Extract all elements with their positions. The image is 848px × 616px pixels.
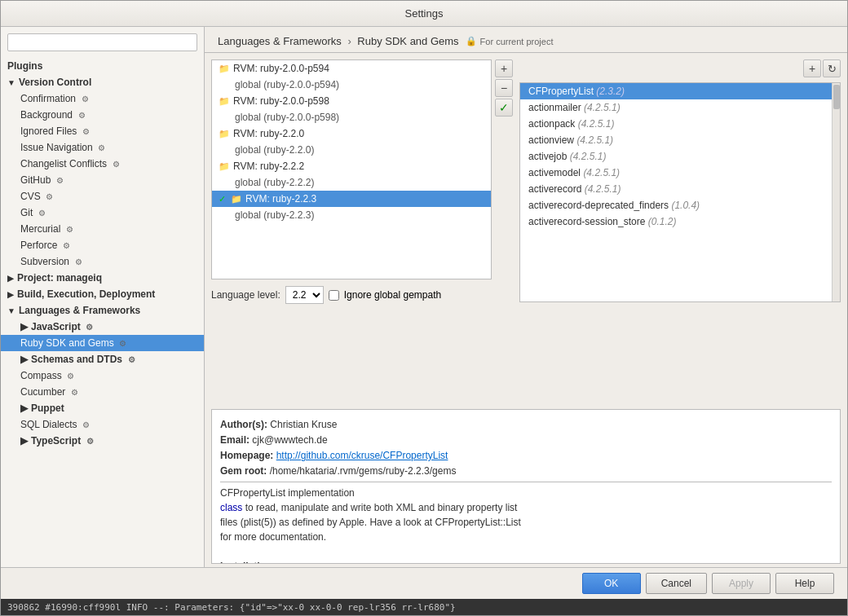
sidebar-item-version-control[interactable]: ▼ Version Control bbox=[1, 74, 204, 90]
github-icon: ⚙ bbox=[54, 174, 65, 186]
desc-code: class bbox=[220, 502, 242, 513]
sidebar-item-javascript[interactable]: ▶ JavaScript ⚙ bbox=[1, 319, 204, 335]
sdk-list[interactable]: 📁 RVM: ruby-2.0.0-p594 global (ruby-2.0.… bbox=[211, 59, 492, 279]
gem-item-actionmailer[interactable]: actionmailer (4.2.5.1) bbox=[520, 99, 832, 116]
gem-item-actionpack[interactable]: actionpack (4.2.5.1) bbox=[520, 116, 832, 132]
sdk-remove-button[interactable]: − bbox=[495, 79, 513, 97]
ok-button[interactable]: OK bbox=[582, 573, 641, 594]
search-input[interactable] bbox=[7, 33, 197, 51]
version-control-arrow: ▼ bbox=[7, 78, 15, 87]
homepage-link[interactable]: http://github.com/ckruse/CFPropertyList bbox=[276, 450, 448, 461]
global-label-2: global (ruby-2.0.0-p598) bbox=[235, 112, 339, 123]
javascript-icon: ⚙ bbox=[84, 321, 95, 332]
gem-version-activemodel: (4.2.5.1) bbox=[583, 167, 620, 178]
project-icon: 🔒 bbox=[466, 36, 477, 46]
gem-version-activerecord: (4.2.5.1) bbox=[585, 183, 621, 195]
cancel-button[interactable]: Cancel bbox=[646, 573, 707, 594]
sidebar-item-compass[interactable]: Compass ⚙ bbox=[1, 367, 204, 384]
gem-item-activerecord-session-store[interactable]: activerecord-session_store (0.1.2) bbox=[520, 213, 832, 230]
sdk-list-buttons: + − ✓ bbox=[495, 59, 513, 279]
gem-item-actionview[interactable]: actionview (4.2.5.1) bbox=[520, 132, 832, 148]
background-label: Background bbox=[20, 109, 73, 121]
sdk-item-global-2.2.2[interactable]: global (ruby-2.2.2) bbox=[212, 174, 491, 191]
schemas-arrow: ▶ bbox=[20, 354, 28, 365]
puppet-label: Puppet bbox=[31, 403, 64, 414]
sidebar-item-schemas-dtds[interactable]: ▶ Schemas and DTDs ⚙ bbox=[1, 351, 204, 367]
sidebar-item-background[interactable]: Background ⚙ bbox=[1, 107, 204, 123]
sdk-rvm-label-4: RVM: ruby-2.2.2 bbox=[233, 161, 304, 172]
gems-list-inner: CFPropertyList (2.3.2) actionmailer (4.2… bbox=[520, 83, 832, 301]
sidebar: Plugins ▼ Version Control Confirmation ⚙… bbox=[1, 27, 205, 567]
git-label: Git bbox=[20, 207, 33, 218]
sidebar-item-changelist-conflicts[interactable]: Changelist Conflicts ⚙ bbox=[1, 156, 204, 172]
sidebar-item-issue-navigation[interactable]: Issue Navigation ⚙ bbox=[1, 139, 204, 156]
build-arrow: ▶ bbox=[7, 290, 14, 299]
sdk-item-rvm-2.2.3[interactable]: ✓ 📁 RVM: ruby-2.2.3 bbox=[212, 191, 491, 207]
gem-item-activerecord[interactable]: activerecord (4.2.5.1) bbox=[520, 181, 832, 197]
language-level-select[interactable]: 2.2 bbox=[285, 286, 324, 304]
sidebar-item-cucumber[interactable]: Cucumber ⚙ bbox=[1, 384, 204, 400]
cvs-label: CVS bbox=[20, 191, 41, 202]
subversion-label: Subversion bbox=[20, 256, 69, 267]
gem-item-cfpropertylist[interactable]: CFPropertyList (2.3.2) bbox=[520, 83, 832, 99]
schemas-label: Schemas and DTDs bbox=[31, 354, 122, 365]
gem-item-activemodel[interactable]: activemodel (4.2.5.1) bbox=[520, 165, 832, 181]
gem-item-activejob[interactable]: activejob (4.2.5.1) bbox=[520, 148, 832, 165]
sdk-add-button[interactable]: + bbox=[495, 59, 513, 77]
sidebar-item-cvs[interactable]: CVS ⚙ bbox=[1, 188, 204, 205]
gem-name-cfpropertylist: CFPropertyList bbox=[528, 86, 596, 97]
gem-version-activejob: (4.2.5.1) bbox=[570, 151, 607, 162]
puppet-arrow: ▶ bbox=[20, 403, 28, 414]
global-label: global (ruby-2.0.0-p594) bbox=[235, 79, 339, 90]
gems-add-button[interactable]: + bbox=[803, 59, 821, 77]
sidebar-item-subversion[interactable]: Subversion ⚙ bbox=[1, 253, 204, 270]
gem-name-actionpack: actionpack bbox=[528, 118, 578, 130]
sdk-item-global-2.0.0-p598[interactable]: global (ruby-2.0.0-p598) bbox=[212, 109, 491, 125]
sidebar-item-sql-dialects[interactable]: SQL Dialects ⚙ bbox=[1, 416, 204, 433]
sdk-list-wrapper: 📁 RVM: ruby-2.0.0-p594 global (ruby-2.0.… bbox=[211, 59, 513, 279]
sidebar-item-ignored-files[interactable]: Ignored Files ⚙ bbox=[1, 123, 204, 139]
ts-arrow: ▶ bbox=[20, 435, 28, 447]
sidebar-item-perforce[interactable]: Perforce ⚙ bbox=[1, 237, 204, 253]
sdk-item-global-2.0.0-p594[interactable]: global (ruby-2.0.0-p594) bbox=[212, 77, 491, 93]
help-button[interactable]: Help bbox=[775, 573, 834, 594]
sidebar-item-ruby-sdk[interactable]: Ruby SDK and Gems ⚙ bbox=[1, 335, 204, 351]
sdk-item-global-2.2.3[interactable]: global (ruby-2.2.3) bbox=[212, 207, 491, 223]
sdk-item-rvm-2.0.0-p598[interactable]: 📁 RVM: ruby-2.0.0-p598 bbox=[212, 93, 491, 109]
global-label-5: global (ruby-2.2.3) bbox=[235, 209, 314, 221]
apply-button[interactable]: Apply bbox=[712, 573, 771, 594]
sidebar-item-plugins[interactable]: Plugins bbox=[1, 58, 204, 74]
sdk-item-rvm-2.2.2[interactable]: 📁 RVM: ruby-2.2.2 bbox=[212, 158, 491, 174]
sidebar-item-build-execution[interactable]: ▶ Build, Execution, Deployment bbox=[1, 286, 204, 302]
panel-header: Languages & Frameworks › Ruby SDK and Ge… bbox=[205, 27, 847, 53]
sdk-item-rvm-2.0.0-p594[interactable]: 📁 RVM: ruby-2.0.0-p594 bbox=[212, 60, 491, 77]
project-arrow: ▶ bbox=[7, 274, 14, 283]
settings-dialog: Settings Plugins ▼ Version Control Confi… bbox=[0, 0, 848, 616]
confirmation-icon: ⚙ bbox=[79, 93, 91, 104]
sidebar-item-mercurial[interactable]: Mercurial ⚙ bbox=[1, 221, 204, 237]
sidebar-item-typescript[interactable]: ▶ TypeScript ⚙ bbox=[1, 433, 204, 449]
sidebar-item-project-manageiq[interactable]: ▶ Project: manageiq bbox=[1, 270, 204, 286]
sidebar-item-github[interactable]: GitHub ⚙ bbox=[1, 172, 204, 188]
gems-refresh-button[interactable]: ↻ bbox=[823, 59, 841, 77]
gems-list[interactable]: CFPropertyList (2.3.2) actionmailer (4.2… bbox=[519, 82, 841, 302]
perforce-icon: ⚙ bbox=[60, 240, 72, 251]
gem-item-activerecord-deprecated-finders[interactable]: activerecord-deprecated_finders (1.0.4) bbox=[520, 197, 832, 213]
language-level-label: Language level: bbox=[211, 289, 280, 301]
gems-scrollbar[interactable] bbox=[832, 83, 840, 301]
ignore-global-gempath-checkbox[interactable] bbox=[329, 290, 339, 301]
mercurial-label: Mercurial bbox=[20, 223, 60, 235]
build-label: Build, Execution, Deployment bbox=[17, 288, 155, 300]
sidebar-item-confirmation[interactable]: Confirmation ⚙ bbox=[1, 90, 204, 107]
sidebar-item-languages-frameworks[interactable]: ▼ Languages & Frameworks bbox=[1, 302, 204, 319]
sidebar-item-git[interactable]: Git ⚙ bbox=[1, 205, 204, 221]
sidebar-item-puppet[interactable]: ▶ Puppet bbox=[1, 400, 204, 416]
sdk-check-button[interactable]: ✓ bbox=[495, 99, 513, 117]
sdk-item-rvm-2.2.0[interactable]: 📁 RVM: ruby-2.2.0 bbox=[212, 125, 491, 142]
panel-body: 📁 RVM: ruby-2.0.0-p594 global (ruby-2.0.… bbox=[205, 53, 847, 409]
lf-arrow: ▼ bbox=[7, 306, 15, 315]
ruby-sdk-icon: ⚙ bbox=[117, 337, 129, 349]
email-value: cjk@wwwtech.de bbox=[252, 434, 327, 446]
desc-line4: for more documentation. bbox=[220, 530, 832, 544]
sdk-item-global-2.2.0[interactable]: global (ruby-2.2.0) bbox=[212, 142, 491, 158]
